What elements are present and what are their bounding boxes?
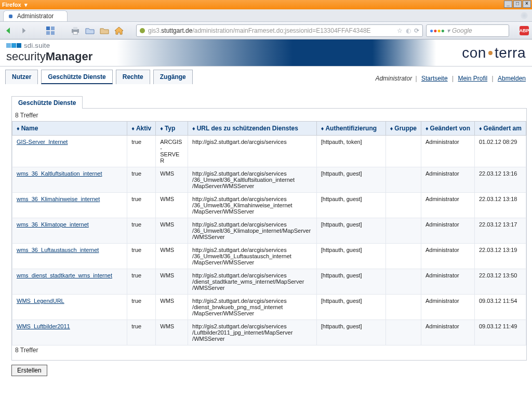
cell-auth: [httpauth, guest] [316, 167, 385, 193]
tab-label: Administrator [17, 12, 54, 20]
section-tab-title: Geschützte Dienste [11, 96, 83, 109]
window-minimize-button[interactable]: _ [504, 1, 512, 8]
cell-gam: 22.03.12 13:50 [474, 269, 526, 295]
link-abmelden[interactable]: Abmelden [498, 75, 526, 82]
cell-gvon: Administrator [421, 136, 474, 167]
svg-rect-2 [46, 31, 50, 35]
service-link[interactable]: wms_36_Kaltluftsituation_internet [17, 170, 102, 177]
cell-gvon: Administrator [421, 244, 474, 269]
conterra-logo: conterra [462, 45, 526, 61]
tab-geschuetzte-dienste[interactable]: Geschützte Dienste [41, 70, 112, 84]
forward-button[interactable] [18, 25, 29, 36]
cell-auth: [httpauth, guest] [316, 218, 385, 244]
cell-url: http:​/​/gis2.stuttgart.de​/arcgis​/serv… [188, 167, 317, 193]
cell-gruppe [385, 193, 421, 218]
table-row: WMS_Luftbilder2011trueWMShttp:​/​/gis2.s… [12, 320, 526, 345]
svg-rect-0 [46, 26, 50, 30]
window-close-button[interactable]: × [523, 1, 531, 8]
cell-auth: [httpauth, guest] [316, 320, 385, 345]
content-area: Geschützte Dienste 8 Treffer ♦Name ♦Akti… [0, 84, 532, 376]
cell-url: http:​/​/gis2.stuttgart.de​/arcgis​/serv… [188, 218, 317, 244]
url-bar[interactable]: gis3.stuttgart.de/administration/mainFra… [136, 24, 423, 37]
user-bar: Administrator | Startseite | Mein Profil… [375, 75, 527, 84]
folder-open-icon[interactable] [99, 25, 110, 36]
home-icon[interactable] [113, 25, 125, 36]
col-url[interactable]: ♦URL des zu schützenden Dienstes [188, 122, 317, 136]
service-link[interactable]: WMS_Luftbilder2011 [17, 323, 70, 329]
print-icon[interactable] [70, 25, 81, 36]
window-maximize-button[interactable]: □ [513, 1, 522, 8]
link-mein-profil[interactable]: Mein Profil [458, 75, 487, 82]
search-box[interactable]: ●●●● ▾ Google [426, 24, 509, 37]
service-link[interactable]: WMS_LegendURL [17, 298, 64, 304]
cell-gvon: Administrator [421, 320, 474, 345]
cell-gvon: Administrator [421, 295, 474, 320]
link-startseite[interactable]: Startseite [421, 75, 448, 82]
main-tab-row: Nutzer Geschützte Dienste Rechte Zugänge… [0, 66, 532, 84]
cell-aktiv: true [127, 167, 156, 193]
browser-tab-strip: Administrator [0, 9, 532, 22]
cell-aktiv: true [127, 244, 156, 269]
firefox-titlebar: Firefox ▾ _ □ × [0, 0, 532, 9]
cell-gam: 09.03.12 11:54 [474, 295, 526, 320]
cell-url: http:​/​/gis2.stuttgart.de​/arcgis​/serv… [188, 136, 317, 167]
col-gam[interactable]: ♦Geändert am [474, 122, 526, 136]
service-link[interactable]: wms_36_Klimahinweise_internet [17, 196, 100, 202]
cell-typ: ARCGIS-SERVER [156, 136, 188, 167]
cell-gam: 01.02.12 08:29 [474, 136, 526, 167]
tabgroups-icon[interactable] [45, 25, 56, 36]
cell-gruppe [385, 320, 421, 345]
service-link[interactable]: wms_36_Klimatope_internet [17, 221, 89, 228]
col-name[interactable]: ♦Name [12, 122, 127, 136]
cell-gruppe [385, 167, 421, 193]
col-typ[interactable]: ♦Typ [156, 122, 188, 136]
cell-gvon: Administrator [421, 193, 474, 218]
table-row: wms_36_Kaltluftsituation_internettrueWMS… [12, 167, 526, 193]
cell-gruppe [385, 218, 421, 244]
cell-typ: WMS [156, 320, 188, 345]
cell-url: http:​/​/gis2.stuttgart.de​/arcgis​/serv… [188, 244, 317, 269]
service-link[interactable]: wms_dienst_stadtkarte_wms_internet [17, 272, 112, 278]
service-link[interactable]: wms_36_Luftaustausch_internet [17, 247, 99, 253]
browser-tab[interactable]: Administrator [3, 10, 68, 21]
back-button[interactable] [3, 25, 15, 36]
cell-url: http:​/​/gis2.stuttgart.de​/arcgis​/serv… [188, 320, 317, 345]
svg-rect-1 [51, 26, 55, 30]
erstellen-button[interactable]: Erstellen [11, 365, 47, 376]
folder-icon[interactable] [84, 25, 96, 36]
svg-rect-3 [51, 31, 55, 35]
result-count-bottom: 8 Treffer [12, 345, 526, 356]
col-aktiv[interactable]: ♦Aktiv [127, 122, 156, 136]
site-identity-icon[interactable] [140, 28, 145, 33]
cell-gvon: Administrator [421, 269, 474, 295]
cell-gruppe [385, 244, 421, 269]
abp-icon[interactable]: ABP [520, 26, 529, 35]
tab-rechte[interactable]: Rechte [116, 70, 150, 84]
cell-aktiv: true [127, 320, 156, 345]
cell-typ: WMS [156, 269, 188, 295]
service-link[interactable]: GIS-Server_Internet [17, 139, 68, 145]
services-table: ♦Name ♦Aktiv ♦Typ ♦URL des zu schützende… [12, 121, 526, 345]
bookmark-star-icon[interactable]: ☆ [397, 27, 403, 34]
cell-auth: [httpauth, guest] [316, 193, 385, 218]
col-gruppe[interactable]: ♦Gruppe [385, 122, 421, 136]
cell-url: http:​/​/gis2.stuttgart.de​/arcgis​/serv… [188, 193, 317, 218]
tab-zugaenge[interactable]: Zugänge [153, 70, 193, 84]
tab-nutzer[interactable]: Nutzer [5, 70, 38, 84]
cell-auth: [httpauth, guest] [316, 295, 385, 320]
col-auth[interactable]: ♦Authentifizierung [316, 122, 385, 136]
tab-list-button[interactable] [521, 12, 528, 19]
cell-typ: WMS [156, 218, 188, 244]
feed-icon[interactable]: ◐ [406, 27, 411, 34]
reload-icon[interactable]: ⟳ [414, 27, 419, 34]
browser-nav-toolbar: gis3.stuttgart.de/administration/mainFra… [0, 22, 532, 39]
cell-aktiv: true [127, 193, 156, 218]
cell-gam: 09.03.12 11:49 [474, 320, 526, 345]
table-row: GIS-Server_InternettrueARCGIS-SERVERhttp… [12, 136, 526, 167]
table-row: wms_dienst_stadtkarte_wms_internettrueWM… [12, 269, 526, 295]
table-row: wms_36_Klimatope_internettrueWMShttp:​/​… [12, 218, 526, 244]
table-row: wms_36_Luftaustausch_internettrueWMShttp… [12, 244, 526, 269]
cell-aktiv: true [127, 218, 156, 244]
cell-auth: [httpauth, token] [316, 136, 385, 167]
col-gvon[interactable]: ♦Geändert von [421, 122, 474, 136]
